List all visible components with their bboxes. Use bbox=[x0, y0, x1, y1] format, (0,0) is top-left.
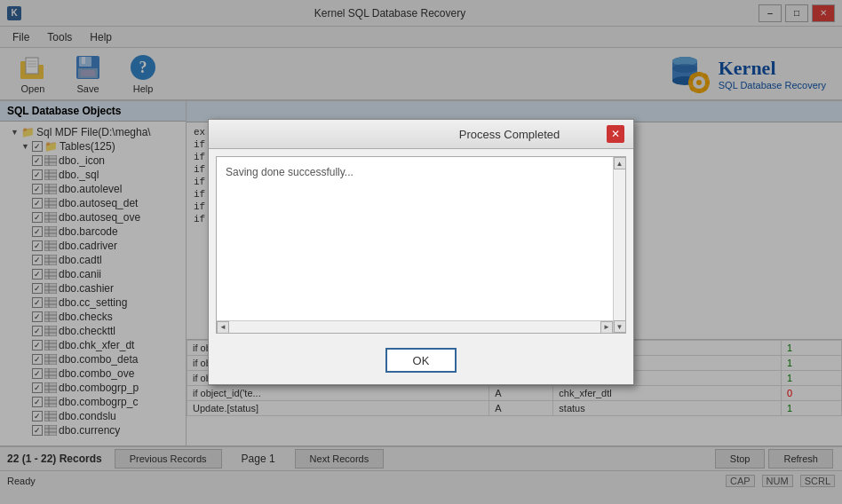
modal-close-button[interactable]: ✕ bbox=[607, 125, 624, 143]
modal-header: Process Completed ✕ bbox=[209, 120, 633, 149]
modal-footer: OK bbox=[209, 341, 633, 380]
scroll-left-button[interactable]: ◄ bbox=[217, 321, 229, 334]
scroll-up-button[interactable]: ▲ bbox=[614, 157, 626, 169]
ok-button[interactable]: OK bbox=[385, 348, 457, 373]
scroll-down-button[interactable]: ▼ bbox=[614, 320, 626, 333]
modal-scrollbar-bottom[interactable]: ◄ ► bbox=[217, 320, 613, 333]
modal-scrollbar-right[interactable]: ▲ ▼ bbox=[613, 157, 625, 333]
modal-message: Saving done successfully... bbox=[226, 166, 353, 178]
modal-title: Process Completed bbox=[412, 128, 607, 141]
scroll-right-button[interactable]: ► bbox=[600, 321, 613, 334]
modal-body: Saving done successfully... ▲ ▼ ◄ ► bbox=[216, 156, 626, 334]
modal-overlay: Process Completed ✕ Saving done successf… bbox=[0, 0, 842, 504]
process-completed-dialog: Process Completed ✕ Saving done successf… bbox=[208, 119, 634, 385]
